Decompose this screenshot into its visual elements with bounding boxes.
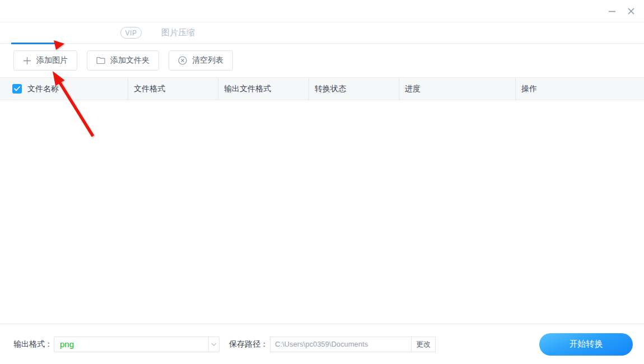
vip-badge[interactable]: VIP bbox=[120, 27, 142, 39]
minimize-icon bbox=[608, 7, 616, 15]
chevron-down-icon[interactable] bbox=[208, 337, 219, 352]
save-path-input[interactable] bbox=[270, 337, 412, 352]
column-operation: 操作 bbox=[515, 78, 644, 100]
save-path-label: 保存路径： bbox=[229, 339, 268, 349]
add-folder-button[interactable]: 添加文件夹 bbox=[87, 50, 159, 71]
output-format-label: 输出格式： bbox=[13, 339, 53, 349]
footer-bar: 输出格式： png 保存路径： 更改 开始转换 bbox=[0, 324, 644, 364]
add-image-button[interactable]: 添加图片 bbox=[13, 50, 77, 71]
select-all-checkbox[interactable] bbox=[12, 84, 22, 94]
app-window: VIP 图片压缩 添加图片 添加文件夹 清空列表 bbox=[0, 0, 644, 364]
output-format-value: png bbox=[54, 339, 74, 349]
column-convert-status: 转换状态 bbox=[309, 78, 399, 100]
close-button[interactable] bbox=[622, 3, 641, 20]
circle-x-icon bbox=[178, 56, 187, 65]
checkmark-icon bbox=[14, 86, 20, 91]
file-table-header: 文件名称 文件格式 输出文件格式 转换状态 进度 操作 bbox=[0, 77, 644, 100]
add-image-label: 添加图片 bbox=[36, 55, 68, 66]
header-progress: 进度 bbox=[405, 84, 421, 94]
toolbar: 添加图片 添加文件夹 清空列表 bbox=[0, 44, 644, 77]
header-operation: 操作 bbox=[521, 84, 537, 94]
column-progress: 进度 bbox=[399, 78, 515, 100]
column-output-format: 输出文件格式 bbox=[218, 78, 309, 100]
close-icon bbox=[627, 7, 635, 15]
minimize-button[interactable] bbox=[603, 3, 622, 20]
start-convert-button[interactable]: 开始转换 bbox=[539, 333, 633, 356]
tab-convert-active-indicator[interactable] bbox=[11, 43, 59, 44]
header-convert-status: 转换状态 bbox=[315, 84, 346, 94]
column-file-name: 文件名称 bbox=[0, 78, 128, 100]
folder-icon bbox=[96, 57, 105, 64]
header-file-format: 文件格式 bbox=[134, 84, 165, 94]
column-file-format: 文件格式 bbox=[128, 78, 218, 100]
header-output-format: 输出文件格式 bbox=[224, 84, 271, 94]
change-path-button[interactable]: 更改 bbox=[411, 337, 436, 352]
header-file-name: 文件名称 bbox=[27, 84, 59, 94]
clear-list-label: 清空列表 bbox=[192, 55, 223, 66]
add-folder-label: 添加文件夹 bbox=[110, 55, 150, 66]
clear-list-button[interactable]: 清空列表 bbox=[169, 50, 233, 71]
tab-bar: VIP 图片压缩 bbox=[0, 22, 644, 44]
titlebar bbox=[0, 0, 644, 22]
file-list-empty-area bbox=[0, 100, 644, 324]
output-format-select[interactable]: png bbox=[54, 337, 220, 352]
plus-icon bbox=[23, 57, 31, 65]
tab-image-compress[interactable]: 图片压缩 bbox=[161, 22, 195, 43]
